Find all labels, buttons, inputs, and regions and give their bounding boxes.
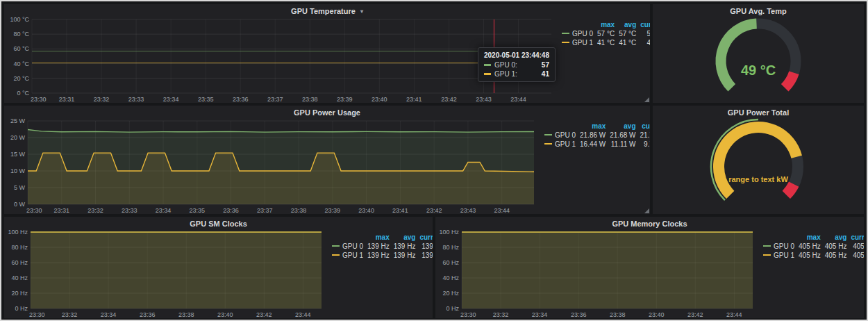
legend-series-toggle[interactable]: GPU 0 — [542, 131, 578, 140]
svg-text:23:34: 23:34 — [163, 96, 179, 103]
gpu-sm-clocks-legend: maxavgcurrentGPU 0139 Hz139 Hz139 HzGPU … — [327, 229, 430, 318]
svg-text:0 Hz: 0 Hz — [15, 305, 28, 312]
gpu-sm-clocks-chart[interactable]: 0 Hz20 Hz40 Hz60 Hz80 Hz100 Hz23:3023:32… — [7, 229, 327, 318]
legend-value: 405 Hz — [823, 251, 849, 260]
svg-text:25 W: 25 W — [10, 118, 26, 124]
gpu-temperature-chart[interactable]: 0 °C20 °C40 °C60 °C80 °C100 °C23:3023:31… — [7, 17, 557, 103]
svg-text:23:33: 23:33 — [122, 207, 137, 214]
svg-text:23:33: 23:33 — [128, 96, 144, 103]
panel-title-text: GPU Power Usage — [294, 108, 360, 117]
gpu-temperature-legend: maxavgcurrentGPU 057 °C57 °C57 °CGPU 141… — [557, 17, 647, 103]
svg-text:23:31: 23:31 — [59, 96, 75, 103]
svg-text:23:38: 23:38 — [302, 96, 318, 103]
panel-gpu-memory-clocks: GPU Memory Clocks 0 Hz20 Hz40 Hz60 Hz80 … — [435, 217, 864, 318]
tooltip-series-value: 57 — [542, 61, 549, 69]
legend-value: 21.77 W — [638, 131, 650, 140]
legend-header[interactable]: avg — [392, 233, 418, 242]
svg-text:80 Hz: 80 Hz — [11, 244, 28, 251]
svg-text:23:37: 23:37 — [257, 207, 273, 214]
legend-value: 405 Hz — [823, 242, 849, 251]
legend-value: 405 Hz — [849, 242, 864, 251]
legend-value: 57 °C — [617, 29, 638, 38]
legend-series-toggle[interactable]: GPU 1 — [542, 140, 578, 149]
svg-text:10 W: 10 W — [10, 167, 26, 174]
panel-gpu-avg-temp: GPU Avg. Temp 49 °C — [653, 4, 864, 103]
series-color-swatch — [484, 73, 491, 75]
svg-text:80 °C: 80 °C — [13, 31, 29, 38]
series-color-swatch — [484, 64, 491, 66]
gpu-power-total-gauge: range to text kW — [653, 118, 864, 214]
svg-text:100 Hz: 100 Hz — [8, 229, 28, 236]
legend-value: 139 Hz — [365, 251, 392, 260]
legend-value: 21.68 W — [608, 131, 637, 140]
legend-header[interactable]: current — [849, 233, 864, 242]
legend-header[interactable]: max — [365, 233, 392, 242]
legend-series-toggle[interactable]: GPU 0 — [560, 29, 595, 38]
svg-text:23:34: 23:34 — [156, 207, 172, 214]
svg-text:23:42: 23:42 — [687, 311, 703, 318]
chevron-down-icon: ▾ — [360, 8, 363, 15]
panel-title-gpu-temperature[interactable]: GPU Temperature ▾ — [4, 4, 650, 17]
svg-text:23:37: 23:37 — [267, 96, 283, 103]
svg-text:23:30: 23:30 — [31, 96, 47, 103]
svg-text:23:38: 23:38 — [610, 311, 626, 318]
chart-area[interactable]: 0 W5 W10 W15 W20 W25 W23:3023:3123:3223:… — [7, 118, 540, 214]
svg-text:20 W: 20 W — [10, 134, 26, 141]
legend-header[interactable]: avg — [823, 233, 849, 242]
svg-text:15 W: 15 W — [10, 151, 26, 158]
grafana-dashboard: GPU Temperature ▾ 0 °C20 °C40 °C60 °C80 … — [0, 0, 868, 321]
panel-title-gpu-avg-temp[interactable]: GPU Avg. Temp — [653, 4, 864, 17]
panel-title-gpu-power-total[interactable]: GPU Power Total — [653, 106, 864, 118]
svg-text:23:40: 23:40 — [358, 207, 374, 214]
legend-header[interactable]: current — [638, 122, 650, 131]
panel-resize-handle[interactable] — [644, 208, 649, 213]
legend-header[interactable]: current — [417, 233, 433, 242]
legend-series-toggle[interactable]: GPU 0 — [761, 242, 796, 251]
svg-text:23:40: 23:40 — [217, 311, 233, 318]
legend-value: 139 Hz — [392, 251, 418, 260]
panel-title-text: GPU SM Clocks — [190, 220, 247, 228]
chart-area[interactable]: 0 °C20 °C40 °C60 °C80 °C100 °C23:3023:31… — [7, 17, 557, 103]
chart-area[interactable]: 0 Hz20 Hz40 Hz60 Hz80 Hz100 Hz23:3023:32… — [7, 229, 327, 318]
panel-gpu-power-total: GPU Power Total range to text kW — [653, 106, 864, 214]
legend-row: GPU 141 °C41 °C41 °C — [560, 38, 650, 47]
svg-text:range to text kW: range to text kW — [728, 175, 788, 183]
svg-text:60 Hz: 60 Hz — [11, 259, 28, 266]
legend-value: 9.76 W — [638, 140, 650, 149]
svg-text:23:39: 23:39 — [337, 96, 353, 103]
legend-series-toggle[interactable]: GPU 1 — [560, 38, 595, 47]
svg-text:23:40: 23:40 — [649, 311, 665, 318]
panel-title-text: GPU Power Total — [728, 108, 789, 117]
svg-text:40 Hz: 40 Hz — [11, 274, 28, 281]
legend-header[interactable]: current — [638, 20, 650, 29]
legend-value: 139 Hz — [417, 242, 433, 251]
legend-series-toggle[interactable]: GPU 1 — [761, 251, 796, 260]
panel-resize-handle[interactable] — [644, 97, 649, 102]
svg-text:23:34: 23:34 — [101, 311, 117, 318]
legend-header[interactable]: max — [595, 20, 617, 29]
svg-text:23:40: 23:40 — [372, 96, 387, 103]
legend-series-toggle[interactable]: GPU 1 — [330, 251, 365, 260]
chart-area[interactable]: 0 Hz20 Hz40 Hz60 Hz80 Hz100 Hz23:3023:32… — [438, 229, 758, 318]
legend-value: 16.44 W — [578, 140, 608, 149]
svg-text:20 Hz: 20 Hz — [11, 290, 28, 297]
legend-header[interactable]: avg — [608, 122, 637, 131]
panel-title-gpu-power-usage[interactable]: GPU Power Usage — [4, 106, 650, 118]
svg-text:23:30: 23:30 — [26, 207, 42, 214]
svg-text:100 °C: 100 °C — [10, 17, 29, 23]
svg-text:0 W: 0 W — [14, 201, 26, 208]
svg-text:23:35: 23:35 — [190, 207, 206, 214]
gpu-power-usage-chart[interactable]: 0 W5 W10 W15 W20 W25 W23:3023:3123:3223:… — [7, 118, 540, 214]
svg-text:23:44: 23:44 — [494, 207, 510, 214]
legend-series-toggle[interactable]: GPU 0 — [330, 242, 365, 251]
panel-title-gpu-memory-clocks[interactable]: GPU Memory Clocks — [435, 217, 864, 229]
svg-text:23:31: 23:31 — [53, 207, 69, 214]
gpu-memory-clocks-chart[interactable]: 0 Hz20 Hz40 Hz60 Hz80 Hz100 Hz23:3023:32… — [438, 229, 758, 318]
legend-header[interactable]: max — [796, 233, 823, 242]
legend-header[interactable]: avg — [617, 20, 638, 29]
legend-header[interactable]: max — [578, 122, 608, 131]
tooltip-series-name: GPU 0: — [494, 61, 517, 69]
panel-title-gpu-sm-clocks[interactable]: GPU SM Clocks — [4, 217, 433, 229]
svg-text:23:42: 23:42 — [256, 311, 272, 318]
svg-text:23:38: 23:38 — [178, 311, 194, 318]
